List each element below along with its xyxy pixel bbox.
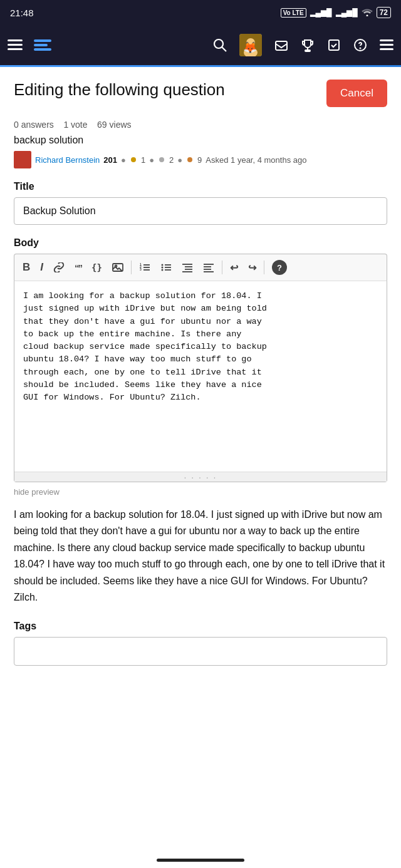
search-icon[interactable] xyxy=(213,38,227,52)
bullet-list-button[interactable] xyxy=(156,259,176,276)
title-label: Title xyxy=(14,181,387,192)
svg-rect-0 xyxy=(8,39,23,41)
silver-badge-count: 2 xyxy=(169,155,174,165)
toolbar-sep-2 xyxy=(222,261,222,274)
app-logo xyxy=(34,39,51,51)
signal-icon-1: ▂▄▆█ xyxy=(310,8,332,17)
editor-help-button[interactable]: ? xyxy=(268,257,291,278)
badge-separator-1: ● xyxy=(121,155,126,165)
main-content: Editing the following question Cancel 0 … xyxy=(0,67,401,678)
gold-badge-count: 1 xyxy=(141,155,145,165)
battery-icon: 72 xyxy=(377,7,391,18)
italic-button[interactable]: I xyxy=(36,258,48,277)
numbered-list-button[interactable]: 1 2 3 xyxy=(135,259,155,276)
svg-text:🦊: 🦊 xyxy=(243,41,258,54)
logo-line-3 xyxy=(34,48,51,51)
question-author: 🧔 Richard Bernstein 201 ● 1 ● 2 ● 9 Aske… xyxy=(14,151,387,168)
bold-button[interactable]: B xyxy=(18,258,34,277)
status-icons: Vo LTE ▂▄▆█ ▂▄▆█ 72 xyxy=(281,7,391,18)
bronze-badge-count: 9 xyxy=(197,155,202,165)
svg-rect-15 xyxy=(380,39,393,41)
bronze-badge xyxy=(187,157,192,162)
logo-line-2 xyxy=(34,44,48,46)
toolbar-sep-1 xyxy=(131,261,132,274)
hide-preview-link[interactable]: hide preview xyxy=(14,487,60,497)
body-textarea[interactable]: I am looking for a backup solution for 1… xyxy=(14,281,387,469)
svg-point-3 xyxy=(214,39,223,48)
tags-section: Tags xyxy=(14,621,387,666)
answer-count: 0 answers xyxy=(14,120,54,130)
original-question-title: backup solution xyxy=(14,135,387,146)
author-avatar: 🧔 xyxy=(14,151,31,168)
drag-dots: · · · · · xyxy=(184,472,217,482)
home-indicator xyxy=(157,859,244,862)
link-button[interactable] xyxy=(49,259,69,276)
view-count: 69 views xyxy=(97,120,131,130)
editor-body: I am looking for a backup solution for 1… xyxy=(14,281,387,482)
title-input[interactable] xyxy=(14,197,387,225)
svg-point-14 xyxy=(360,48,361,49)
user-avatar[interactable]: 🦊 xyxy=(239,34,262,56)
help-icon[interactable] xyxy=(353,38,367,52)
svg-text:3: 3 xyxy=(140,267,142,271)
redo-button[interactable]: ↪ xyxy=(244,259,261,277)
cancel-button[interactable]: Cancel xyxy=(326,80,387,107)
question-meta: 0 answers 1 vote 69 views xyxy=(14,120,387,130)
logo-line-1 xyxy=(34,39,51,42)
nav-bar: 🦊 xyxy=(0,25,401,65)
wifi-icon xyxy=(362,8,373,18)
svg-rect-16 xyxy=(380,44,393,46)
status-time: 21:48 xyxy=(10,8,34,18)
preview-text: I am looking for a backup solution for 1… xyxy=(14,507,387,606)
tags-label: Tags xyxy=(14,621,387,632)
editor-toolbar: B I “” {} 1 2 3 xyxy=(14,254,387,281)
editor-drag-handle[interactable]: · · · · · xyxy=(14,472,387,482)
signal-icon-2: ▂▄▆█ xyxy=(336,8,358,17)
body-label: Body xyxy=(14,237,387,249)
indent-right-button[interactable] xyxy=(199,259,219,276)
svg-point-32 xyxy=(161,267,163,269)
svg-point-33 xyxy=(161,269,163,271)
trophy-icon[interactable] xyxy=(301,38,315,52)
inbox-icon[interactable] xyxy=(274,38,288,52)
author-name[interactable]: Richard Bernstein xyxy=(35,155,100,165)
page-header: Editing the following question Cancel xyxy=(14,80,387,107)
asked-time: Asked 1 year, 4 months ago xyxy=(206,155,306,165)
bottom-bar xyxy=(0,852,401,868)
svg-rect-2 xyxy=(8,48,23,50)
image-button[interactable] xyxy=(108,259,128,276)
review-icon[interactable] xyxy=(327,38,341,52)
svg-line-4 xyxy=(222,48,227,52)
status-bar: 21:48 Vo LTE ▂▄▆█ ▂▄▆█ 72 xyxy=(0,0,401,25)
svg-rect-17 xyxy=(380,48,393,50)
svg-rect-18 xyxy=(14,151,31,168)
silver-badge xyxy=(159,157,164,162)
undo-button[interactable]: ↩ xyxy=(226,259,242,277)
help-circle: ? xyxy=(272,260,287,275)
tags-input[interactable] xyxy=(14,637,387,666)
nav-icons-right: 🦊 xyxy=(213,34,393,56)
page-title: Editing the following question xyxy=(14,80,225,101)
svg-rect-12 xyxy=(329,40,339,50)
badge-separator-3: ● xyxy=(177,155,182,165)
vo-lte-icon: Vo LTE xyxy=(281,8,306,18)
hamburger-menu-icon[interactable] xyxy=(8,39,23,51)
toolbar-sep-3 xyxy=(264,261,264,274)
gold-badge xyxy=(131,157,136,162)
svg-rect-11 xyxy=(305,50,310,51)
badge-separator-2: ● xyxy=(149,155,154,165)
code-button[interactable]: {} xyxy=(87,259,107,276)
vote-count: 1 vote xyxy=(63,120,87,130)
more-menu-icon[interactable] xyxy=(380,39,393,51)
indent-left-button[interactable] xyxy=(177,259,197,276)
svg-rect-1 xyxy=(8,44,23,46)
blockquote-button[interactable]: “” xyxy=(70,259,86,276)
author-reputation: 201 xyxy=(103,155,117,165)
svg-point-31 xyxy=(161,264,163,266)
